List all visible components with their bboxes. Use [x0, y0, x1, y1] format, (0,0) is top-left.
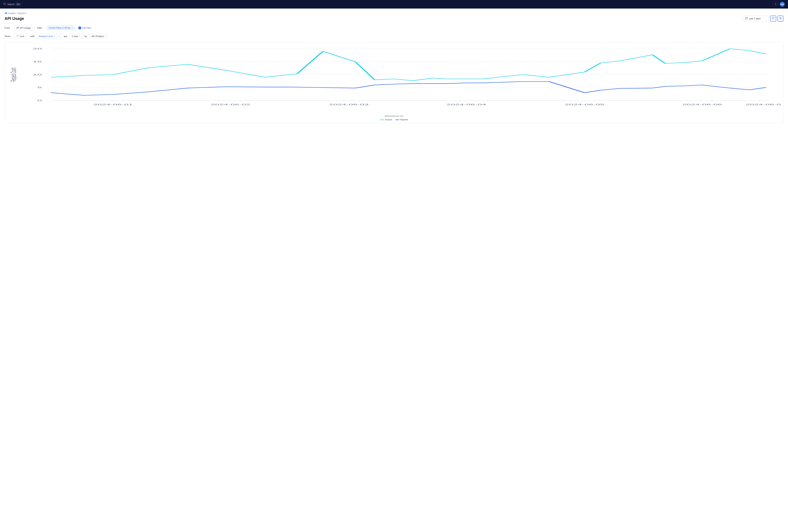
breadcrumb: Analytics / Reports / — [5, 12, 783, 15]
show-label: Show — [5, 35, 12, 38]
topnav-left: Search ⌘K — [3, 3, 21, 6]
chart-legend: Account Payment — [6, 119, 782, 121]
search-label[interactable]: Search — [7, 3, 15, 5]
analytics-icon — [5, 12, 7, 15]
chart-area: 0 5 10 15 20 Request Count 2024-06-01 20… — [6, 45, 782, 114]
topnav: Search ⌘K ? WW — [0, 0, 788, 8]
chart-type-chevron-icon: ▾ — [25, 35, 26, 37]
metric-chip: Request Count × — [37, 34, 57, 38]
chart-svg: 0 5 10 15 20 Request Count 2024-06-01 20… — [6, 45, 782, 114]
svg-rect-3 — [5, 13, 6, 14]
refresh-icon — [772, 17, 774, 20]
from-label: From — [5, 26, 12, 29]
settings-button[interactable] — [777, 16, 783, 21]
group-by-select[interactable]: API Product ▾ — [89, 34, 108, 39]
gear-icon — [779, 17, 782, 20]
legend-label-payment: Payment — [400, 119, 408, 121]
time-unit-label: 1 hour — [72, 35, 78, 38]
filter-row: From API Usage ▾ Filter Control Plane in… — [5, 25, 783, 31]
svg-text:2024-06-02: 2024-06-02 — [211, 103, 250, 106]
legend-line-account — [380, 120, 384, 120]
svg-line-1 — [5, 4, 6, 5]
chart-container: 0 5 10 15 20 Request Count 2024-06-01 20… — [5, 42, 783, 123]
legend-line-payment — [395, 120, 399, 120]
group-by-label: API Product — [92, 35, 104, 38]
legend-label-account: Account — [385, 119, 392, 121]
breadcrumb-reports[interactable]: Reports — [18, 12, 26, 15]
svg-text:2024-06-05: 2024-06-05 — [565, 103, 604, 106]
metric-dropdown-button[interactable]: ▾ — [57, 34, 61, 39]
kbd-shortcut: ⌘K — [16, 3, 21, 6]
search-icon — [3, 3, 6, 6]
page-content: Analytics / Reports / API Usage Last 7 d… — [0, 8, 788, 532]
metric-select: Request Count × ▾ — [37, 34, 62, 39]
group-by-chevron-icon: ▾ — [105, 35, 106, 37]
calendar-icon — [745, 17, 748, 20]
breadcrumb-sep1: / — [17, 12, 17, 15]
breadcrumb-analytics[interactable]: Analytics — [7, 12, 16, 15]
show-row: Show Line ▾ with Request Count × ▾ per 1… — [5, 34, 783, 39]
time-unit-select[interactable]: 1 hour ▾ — [70, 34, 82, 39]
page-header: API Usage Last 7 days — [5, 16, 783, 21]
from-value: API Usage — [20, 26, 31, 29]
svg-text:15: 15 — [33, 60, 42, 63]
per-label: per — [64, 35, 67, 38]
refresh-button[interactable] — [770, 16, 776, 21]
legend-item-account: Account — [380, 119, 392, 121]
date-range-button[interactable]: Last 7 days — [743, 16, 769, 21]
topnav-right: ? WW — [773, 2, 785, 7]
filter-chip: Control Plane in (Prod) × — [47, 26, 75, 30]
svg-text:5: 5 — [37, 86, 42, 89]
date-range-label: Last 7 days — [749, 17, 761, 20]
svg-text:2024-06-03: 2024-06-03 — [329, 103, 369, 106]
chart-type-label: Line — [20, 35, 24, 38]
avatar[interactable]: WW — [780, 2, 785, 7]
time-unit-chevron-icon: ▾ — [79, 35, 80, 37]
svg-text:2024-06-01: 2024-06-01 — [93, 103, 133, 106]
svg-point-9 — [780, 18, 781, 19]
from-icon — [16, 26, 19, 29]
add-filter-button[interactable]: + Add Filter — [77, 26, 93, 30]
add-filter-label: Add Filter — [82, 26, 91, 29]
svg-text:2024-06-04: 2024-06-04 — [447, 103, 486, 106]
svg-text:0: 0 — [37, 99, 42, 102]
from-select[interactable]: API Usage ▾ — [14, 25, 35, 31]
svg-rect-4 — [6, 12, 7, 14]
svg-text:2024-06-06: 2024-06-06 — [682, 103, 722, 106]
svg-text:10: 10 — [33, 73, 42, 76]
from-chevron-icon: ▾ — [32, 27, 33, 29]
chart-type-select[interactable]: Line ▾ — [14, 34, 28, 39]
filter-chip-label: Control Plane in (Prod) — [48, 26, 70, 29]
metric-chip-close[interactable]: × — [54, 35, 55, 38]
svg-rect-11 — [17, 27, 18, 28]
filter-chip-close[interactable]: × — [72, 27, 73, 29]
legend-item-payment: Payment — [395, 119, 408, 121]
x-axis-label: @timestamp per hour — [6, 115, 782, 117]
add-filter-plus-icon: + — [78, 26, 81, 29]
filter-label: Filter — [37, 26, 44, 29]
by-label: by — [84, 35, 87, 38]
svg-rect-12 — [18, 26, 19, 28]
breadcrumb-sep2: / — [26, 12, 27, 15]
svg-text:Request Count: Request Count — [9, 68, 18, 81]
help-button[interactable]: ? — [773, 2, 778, 6]
svg-text:2024-06-07: 2024-06-07 — [746, 103, 782, 106]
line-icon — [16, 35, 19, 38]
svg-rect-5 — [745, 18, 747, 20]
svg-rect-2 — [5, 13, 5, 14]
with-label: with — [31, 35, 35, 38]
header-right: Last 7 days — [743, 16, 783, 21]
metric-chip-label: Request Count — [39, 35, 53, 37]
svg-rect-10 — [17, 27, 17, 28]
svg-text:20: 20 — [33, 47, 42, 50]
page-title: API Usage — [5, 16, 24, 21]
